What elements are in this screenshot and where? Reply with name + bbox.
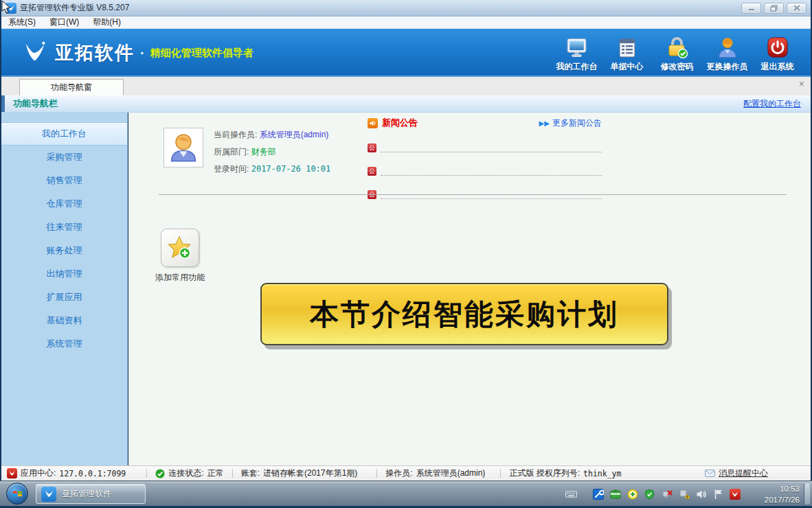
sidebar-item-system[interactable]: 系统管理	[1, 332, 127, 356]
license-value: think_ym	[583, 469, 621, 478]
minimize-button[interactable]	[741, 3, 761, 14]
brand-swoosh-icon	[22, 40, 48, 66]
toolbar-exit-system[interactable]: 退出系统	[752, 34, 802, 73]
status-separator	[376, 469, 377, 478]
more-news-link[interactable]: ▶▶更多新闻公告	[539, 117, 602, 129]
connection-label: 连接状态:	[168, 467, 203, 479]
message-center-link[interactable]: 消息提醒中心	[705, 467, 768, 479]
license-label: 正式版 授权序列号:	[509, 467, 580, 479]
taskbar-app-button[interactable]: 亚拓管理软件	[36, 484, 146, 504]
show-desktop-button[interactable]	[804, 483, 810, 505]
brand-dot: ·	[140, 45, 145, 61]
document-list-icon	[617, 34, 638, 58]
app-red-icon[interactable]	[730, 489, 741, 500]
status-separator	[500, 469, 501, 478]
taskbar-app-label: 亚拓管理软件	[62, 488, 111, 500]
news-panel: 新闻公告 ▶▶更多新闻公告 公 公 公	[368, 117, 602, 199]
news-empty-line	[381, 192, 602, 199]
account-set-value: 进销存帐套(2017年第1期)	[263, 467, 357, 479]
flag-icon[interactable]	[712, 488, 724, 500]
star-plus-icon	[167, 235, 193, 261]
toolbar-change-password[interactable]: 修改密码	[652, 34, 702, 73]
connection-value: 正常	[207, 467, 224, 479]
usb-remove-icon[interactable]	[661, 488, 673, 500]
menu-window[interactable]: 窗口(W)	[43, 16, 86, 28]
operator-icon	[717, 34, 738, 58]
sidebar-item-sales[interactable]: 销售管理	[1, 169, 127, 192]
keyboard-icon[interactable]	[565, 488, 577, 500]
section-divider	[159, 194, 787, 195]
double-arrow-icon: ▶▶	[539, 119, 550, 127]
connection-ok-icon	[155, 469, 165, 478]
device-warning-icon[interactable]	[678, 488, 690, 500]
brand-header: 亚拓软件 · 精细化管理软件倡导者 我的工作台	[1, 29, 811, 77]
add-favorite-label: 添加常用功能	[140, 272, 220, 284]
news-empty-line	[381, 146, 602, 152]
sidebar-item-purchase[interactable]: 采购管理	[1, 146, 127, 169]
status-bar: 应用中心: 127.0.0.1:7099 连接状态: 正常 账套: 进销存帐套(…	[1, 465, 811, 481]
shield-icon[interactable]	[644, 488, 655, 500]
account-set-label: 账套:	[241, 467, 260, 479]
operator-value: 系统管理员(admin)	[260, 130, 329, 139]
add-favorite-button[interactable]	[161, 229, 199, 267]
announcement-bullet-icon: 公	[368, 143, 376, 152]
sidebar-nav: 我的工作台 采购管理 销售管理 仓库管理 往来管理 账务处理 出纳管理 扩展应用…	[1, 113, 128, 465]
menu-system[interactable]: 系统(S)	[1, 16, 43, 28]
sidebar-item-contacts[interactable]: 往来管理	[1, 216, 127, 239]
software-box-icon[interactable]	[609, 488, 621, 500]
tab-strip: 功能导航窗 ×	[1, 77, 811, 95]
toolbar-change-operator[interactable]: 更换操作员	[702, 34, 752, 73]
configure-workbench-link[interactable]: 配置我的工作台	[743, 98, 801, 110]
monitor-icon	[565, 34, 588, 58]
sidebar-item-cashier[interactable]: 出纳管理	[1, 262, 127, 286]
power-icon	[767, 34, 789, 58]
wrench-tool-icon[interactable]	[592, 488, 604, 500]
lock-icon	[666, 34, 688, 58]
taskbar-clock[interactable]: 10:53 2017/7/26	[749, 483, 800, 505]
status-separator	[146, 469, 147, 478]
news-empty-line	[381, 169, 602, 176]
login-time-value: 2017-07-26 10:01	[251, 164, 331, 174]
taskbar: 亚拓管理软件	[0, 481, 812, 506]
clock-time: 10:53	[749, 483, 800, 494]
toolbar-document-center[interactable]: 单据中心	[602, 34, 652, 73]
clock-date: 2017/7/26	[749, 494, 800, 505]
restore-button[interactable]	[764, 3, 784, 14]
sidebar-item-warehouse[interactable]: 仓库管理	[1, 192, 127, 216]
sidebar-item-extensions[interactable]: 扩展应用	[1, 286, 127, 309]
mouse-cursor	[1, 0, 14, 14]
start-button[interactable]	[6, 483, 28, 505]
operator-info: 当前操作员: 系统管理员(admin) 所属部门: 财务部 登录时间: 2017…	[214, 129, 330, 181]
status-operator-value: 系统管理员(admin)	[416, 467, 486, 479]
speaker-announce-icon	[368, 118, 378, 128]
speaker-icon[interactable]	[695, 488, 707, 500]
operator-avatar	[163, 128, 203, 168]
window-titlebar: 亚拓管理软件专业版 V8.5.207	[1, 0, 811, 16]
tab-close-icon[interactable]: ×	[799, 78, 804, 89]
close-button[interactable]	[787, 3, 807, 14]
tab-function-navigator[interactable]: 功能导航窗	[19, 79, 124, 95]
announcement-bullet-icon: 公	[368, 167, 376, 176]
news-title: 新闻公告	[382, 117, 418, 129]
caption-banner: 本节介绍智能采购计划	[260, 283, 668, 345]
toolbar-my-workbench[interactable]: 我的工作台	[552, 34, 602, 73]
desktop-screen: 亚拓管理软件专业版 V8.5.207 系统(S) 窗口(W) 帮助(H) 亚拓软…	[0, 0, 812, 508]
header-toolbar: 我的工作台 单据中心	[552, 34, 802, 73]
menu-help[interactable]: 帮助(H)	[86, 16, 128, 28]
nav-bar-title: 功能导航栏	[13, 97, 58, 110]
sidebar-item-accounting[interactable]: 账务处理	[1, 239, 127, 262]
department-label: 所属部门:	[214, 147, 249, 157]
circle-plus-icon[interactable]	[627, 488, 638, 500]
app-center-value: 127.0.0.1:7099	[59, 469, 126, 478]
operator-label: 当前操作员:	[214, 130, 257, 139]
app-logo-icon	[41, 487, 56, 502]
news-item-row: 公	[368, 167, 602, 176]
app-center-icon	[7, 468, 17, 478]
sidebar-item-my-workbench[interactable]: 我的工作台	[1, 122, 127, 146]
menu-bar: 系统(S) 窗口(W) 帮助(H)	[1, 16, 811, 29]
sidebar-item-base-data[interactable]: 基础资料	[1, 309, 127, 332]
status-separator	[232, 469, 233, 478]
brand-name: 亚拓软件	[55, 41, 135, 65]
window-title: 亚拓管理软件专业版 V8.5.207	[20, 2, 129, 14]
news-item-row: 公	[368, 143, 602, 152]
